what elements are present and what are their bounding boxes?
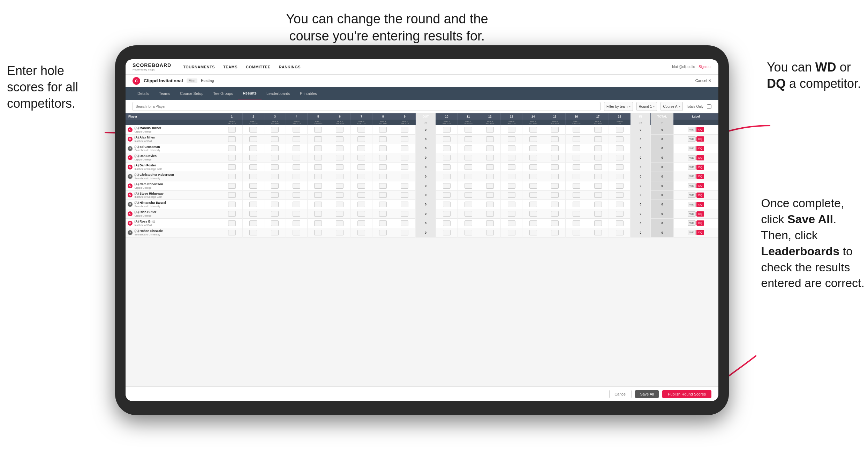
score-h1[interactable] bbox=[221, 125, 243, 134]
score-input-h10[interactable] bbox=[443, 127, 451, 133]
score-input-h3[interactable] bbox=[271, 202, 279, 207]
score-h10[interactable] bbox=[436, 200, 458, 209]
score-h12[interactable] bbox=[479, 200, 501, 209]
score-h17[interactable] bbox=[587, 125, 609, 134]
score-input-h17[interactable] bbox=[594, 136, 602, 142]
score-h4[interactable] bbox=[286, 144, 307, 153]
score-h4[interactable] bbox=[286, 153, 307, 163]
score-input-h5[interactable] bbox=[314, 145, 322, 151]
score-input-h5[interactable] bbox=[314, 155, 322, 160]
wd-button[interactable]: WD bbox=[688, 165, 696, 170]
score-input-h16[interactable] bbox=[573, 174, 580, 179]
score-h14[interactable] bbox=[522, 228, 544, 237]
score-input-h14[interactable] bbox=[529, 211, 537, 217]
tab-printables[interactable]: Printables bbox=[295, 88, 322, 99]
score-input-h6[interactable] bbox=[336, 155, 344, 160]
score-input-h6[interactable] bbox=[336, 174, 344, 179]
score-input-h8[interactable] bbox=[379, 145, 387, 151]
score-h3[interactable] bbox=[264, 134, 286, 144]
score-input-h1[interactable] bbox=[228, 174, 236, 179]
totals-only-checkbox[interactable] bbox=[707, 104, 711, 109]
dq-button[interactable]: DQ bbox=[696, 155, 704, 160]
score-h7[interactable] bbox=[350, 218, 372, 228]
score-h16[interactable] bbox=[566, 134, 587, 144]
score-h17[interactable] bbox=[587, 172, 609, 181]
score-input-h11[interactable] bbox=[465, 220, 472, 226]
score-input-h10[interactable] bbox=[443, 136, 451, 142]
score-input-h14[interactable] bbox=[529, 183, 537, 189]
score-input-h5[interactable] bbox=[314, 183, 322, 189]
score-input-h6[interactable] bbox=[336, 202, 344, 207]
score-h3[interactable] bbox=[264, 228, 286, 237]
score-h18[interactable] bbox=[609, 181, 631, 190]
score-h14[interactable] bbox=[522, 218, 544, 228]
score-h8[interactable] bbox=[372, 153, 394, 163]
score-h7[interactable] bbox=[350, 172, 372, 181]
score-h14[interactable] bbox=[522, 134, 544, 144]
tab-tee-groups[interactable]: Tee Groups bbox=[208, 88, 238, 99]
score-h7[interactable] bbox=[350, 163, 372, 172]
wd-button[interactable]: WD bbox=[688, 220, 696, 226]
score-h5[interactable] bbox=[307, 209, 329, 219]
score-h8[interactable] bbox=[372, 163, 394, 172]
nav-committee[interactable]: COMMITTEE bbox=[246, 65, 271, 69]
score-input-h12[interactable] bbox=[486, 192, 494, 198]
score-input-h2[interactable] bbox=[249, 164, 257, 170]
score-h11[interactable] bbox=[458, 200, 479, 209]
score-h15[interactable] bbox=[544, 218, 566, 228]
tab-leaderboards[interactable]: Leaderboards bbox=[262, 88, 295, 99]
score-h18[interactable] bbox=[609, 125, 631, 134]
score-input-h17[interactable] bbox=[594, 145, 602, 151]
score-h13[interactable] bbox=[501, 218, 522, 228]
score-h9[interactable] bbox=[394, 125, 415, 134]
score-h1[interactable] bbox=[221, 228, 243, 237]
score-input-h11[interactable] bbox=[465, 155, 472, 160]
score-h7[interactable] bbox=[350, 153, 372, 163]
score-h13[interactable] bbox=[501, 163, 522, 172]
score-h15[interactable] bbox=[544, 172, 566, 181]
score-h5[interactable] bbox=[307, 228, 329, 237]
score-h15[interactable] bbox=[544, 153, 566, 163]
score-h18[interactable] bbox=[609, 153, 631, 163]
score-h6[interactable] bbox=[329, 190, 350, 200]
score-input-h14[interactable] bbox=[529, 136, 537, 142]
score-input-h14[interactable] bbox=[529, 220, 537, 226]
score-input-h3[interactable] bbox=[271, 192, 279, 198]
wd-button[interactable]: WD bbox=[688, 174, 696, 179]
score-h7[interactable] bbox=[350, 228, 372, 237]
score-input-h2[interactable] bbox=[249, 155, 257, 160]
score-h15[interactable] bbox=[544, 209, 566, 219]
score-h3[interactable] bbox=[264, 218, 286, 228]
score-input-h18[interactable] bbox=[616, 230, 624, 235]
score-h7[interactable] bbox=[350, 125, 372, 134]
score-h4[interactable] bbox=[286, 181, 307, 190]
score-h13[interactable] bbox=[501, 190, 522, 200]
score-h17[interactable] bbox=[587, 163, 609, 172]
score-h7[interactable] bbox=[350, 209, 372, 219]
score-input-h17[interactable] bbox=[594, 183, 602, 189]
score-h13[interactable] bbox=[501, 200, 522, 209]
score-h12[interactable] bbox=[479, 209, 501, 219]
score-input-h5[interactable] bbox=[314, 164, 322, 170]
score-h13[interactable] bbox=[501, 209, 522, 219]
score-h9[interactable] bbox=[394, 134, 415, 144]
score-input-h17[interactable] bbox=[594, 164, 602, 170]
score-input-h14[interactable] bbox=[529, 145, 537, 151]
score-input-h8[interactable] bbox=[379, 192, 387, 198]
score-input-h15[interactable] bbox=[551, 155, 559, 160]
score-h15[interactable] bbox=[544, 200, 566, 209]
score-input-h11[interactable] bbox=[465, 230, 472, 235]
score-h5[interactable] bbox=[307, 125, 329, 134]
score-h7[interactable] bbox=[350, 134, 372, 144]
score-input-h10[interactable] bbox=[443, 155, 451, 160]
score-h13[interactable] bbox=[501, 181, 522, 190]
score-input-h13[interactable] bbox=[508, 174, 515, 179]
score-h14[interactable] bbox=[522, 153, 544, 163]
score-h7[interactable] bbox=[350, 190, 372, 200]
score-input-h17[interactable] bbox=[594, 174, 602, 179]
score-h6[interactable] bbox=[329, 172, 350, 181]
score-input-h10[interactable] bbox=[443, 183, 451, 189]
score-input-h8[interactable] bbox=[379, 174, 387, 179]
score-h6[interactable] bbox=[329, 125, 350, 134]
score-input-h12[interactable] bbox=[486, 127, 494, 133]
